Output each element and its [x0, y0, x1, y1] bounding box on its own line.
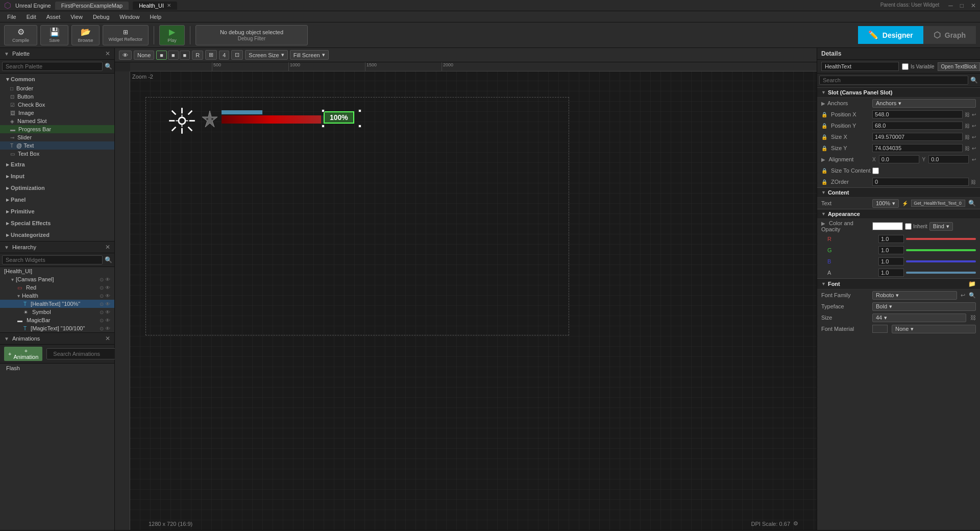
a-value-input[interactable]	[878, 269, 904, 277]
canvas-viewport[interactable]: 500 1000 1500 2000 Zoom -2	[115, 62, 817, 530]
menu-view[interactable]: View	[65, 13, 88, 21]
r-slider-track[interactable]	[906, 238, 976, 240]
tab-firstperson[interactable]: FirstPersonExampleMap	[55, 2, 129, 10]
is-variable-checkbox[interactable]	[902, 63, 909, 70]
browse-button[interactable]: 📂 Browse	[71, 25, 100, 45]
typeface-dropdown[interactable]: Bold ▾	[872, 302, 976, 311]
a-slider-track[interactable]	[906, 272, 976, 274]
hierarchy-search-icon[interactable]: 🔍	[105, 256, 112, 263]
menu-window[interactable]: Window	[114, 13, 144, 21]
hierarchy-item-healthtext[interactable]: T [HealthText] "100%" ⊙ 👁	[0, 300, 114, 308]
palette-close-icon[interactable]: ✕	[105, 50, 110, 57]
palette-section-uncategorized[interactable]: ▸ Uncategorized	[0, 230, 114, 240]
menu-debug[interactable]: Debug	[88, 13, 114, 21]
minimize-btn[interactable]: ─	[948, 2, 953, 9]
canvas-none-btn[interactable]: None	[134, 51, 154, 60]
animations-close-icon[interactable]: ✕	[105, 335, 110, 342]
save-button[interactable]: 💾 Save	[40, 25, 68, 45]
maximize-btn[interactable]: □	[960, 2, 964, 9]
palette-section-optimization[interactable]: ▸ Optimization	[0, 183, 114, 193]
menu-help[interactable]: Help	[144, 13, 166, 21]
hierarchy-collapse-icon[interactable]: ▼	[4, 245, 9, 250]
position-x-chain[interactable]: ↩	[972, 112, 976, 117]
alignment-chain[interactable]: ↩	[972, 157, 976, 162]
size-x-chain[interactable]: ↩	[972, 134, 976, 140]
font-size-dropdown[interactable]: 44 ▾	[872, 313, 966, 322]
canvas-color-btn3[interactable]: ■	[180, 51, 190, 60]
palette-item-slider[interactable]: ⊸Slider	[0, 133, 114, 141]
palette-item-textbox[interactable]: ▭Text Box	[0, 150, 114, 158]
canvas-color-btn1[interactable]: ■	[156, 51, 167, 60]
hierarchy-item-symbol[interactable]: ☀ Symbol ⊙ 👁	[0, 308, 114, 316]
menu-file[interactable]: File	[2, 13, 21, 21]
g-slider-track[interactable]	[906, 249, 976, 251]
size-x-input[interactable]	[872, 133, 963, 141]
size-y-lock[interactable]: ⛓	[965, 146, 970, 151]
font-family-search-icon[interactable]: 🔍	[969, 292, 976, 299]
size-to-content-checkbox[interactable]	[872, 167, 879, 174]
alignment-x-input[interactable]	[879, 155, 919, 163]
close-btn[interactable]: ✕	[971, 2, 976, 9]
position-y-input[interactable]	[872, 122, 963, 130]
dpi-settings-icon[interactable]: ⚙	[793, 520, 798, 527]
hierarchy-item-health-ui[interactable]: [Health_UI]	[0, 267, 114, 275]
palette-section-primitive[interactable]: ▸ Primitive	[0, 207, 114, 216]
screen-size-dropdown[interactable]: Screen Size ▾	[245, 50, 287, 60]
alignment-y-input[interactable]	[928, 155, 969, 163]
font-picker-icon[interactable]: 📁	[968, 280, 976, 287]
position-x-lock[interactable]: ⛓	[965, 112, 970, 117]
debug-filter-dropdown[interactable]: No debug object selected Debug Filter	[195, 25, 308, 45]
hierarchy-item-magictext[interactable]: T [MagicText] "100/100" ⊙ 👁	[0, 324, 114, 332]
position-y-chain[interactable]: ↩	[972, 123, 976, 129]
palette-collapse-icon[interactable]: ▼	[4, 51, 9, 57]
canvas-color-btn2[interactable]: ■	[168, 51, 179, 60]
graph-button[interactable]: ⬡ Graph	[923, 26, 976, 44]
tab-health-ui-close[interactable]: ✕	[167, 3, 171, 8]
b-slider-track[interactable]	[906, 260, 976, 262]
fill-screen-dropdown[interactable]: Fill Screen ▾	[290, 50, 329, 60]
canvas-r-btn[interactable]: R	[192, 51, 203, 60]
slot-section-header[interactable]: ▼ Slot (Canvas Panel Slot)	[817, 87, 980, 98]
canvas-grid-btn[interactable]: ⊞	[205, 50, 217, 60]
animations-collapse-icon[interactable]: ▼	[4, 336, 9, 342]
hierarchy-item-red[interactable]: ▭ Red ⊙ 👁	[0, 283, 114, 292]
color-swatch[interactable]	[872, 222, 903, 230]
play-button[interactable]: ▶ Play	[159, 25, 185, 45]
bind-dropdown-btn[interactable]: Bind ▾	[929, 222, 953, 231]
g-value-input[interactable]	[878, 246, 904, 254]
palette-section-panel[interactable]: ▸ Panel	[0, 195, 114, 205]
position-x-input[interactable]	[872, 110, 963, 118]
palette-item-image[interactable]: 🖼Image	[0, 109, 114, 117]
palette-item-checkbox[interactable]: ☑Check Box	[0, 101, 114, 109]
zorder-input[interactable]	[872, 178, 969, 186]
canvas-fit-btn[interactable]: ⊡	[231, 50, 243, 60]
animation-item-flash[interactable]: Flash	[0, 364, 114, 373]
canvas-eye-btn[interactable]: 👁	[119, 51, 132, 60]
canvas-zoom-btn[interactable]: 4	[219, 51, 229, 60]
appearance-section-header[interactable]: ▼ Appearance	[817, 209, 980, 219]
widget-reflector-button[interactable]: ⊞ Widget Reflector	[103, 25, 149, 45]
palette-item-border[interactable]: □Border	[0, 84, 114, 92]
palette-section-extra[interactable]: ▸ Extra	[0, 160, 114, 170]
font-family-refresh-icon[interactable]: ↩	[961, 292, 965, 299]
font-size-chain[interactable]: ⛓	[970, 315, 976, 321]
size-y-chain[interactable]: ↩	[972, 146, 976, 151]
menu-asset[interactable]: Asset	[41, 13, 66, 21]
compile-button[interactable]: ⚙ Compile	[4, 25, 37, 45]
palette-search-icon[interactable]: 🔍	[105, 63, 112, 70]
hierarchy-item-health[interactable]: ▾ Health ⊙ 👁	[0, 292, 114, 300]
tab-health-ui[interactable]: Health_UI ✕	[133, 2, 177, 10]
size-y-input[interactable]	[872, 144, 963, 152]
details-search-icon[interactable]: 🔍	[970, 77, 978, 84]
r-value-input[interactable]	[878, 235, 904, 243]
palette-section-special-effects[interactable]: ▸ Special Effects	[0, 219, 114, 228]
size-x-lock[interactable]: ⛓	[965, 134, 970, 140]
add-animation-button[interactable]: + + Animation	[4, 347, 42, 361]
hierarchy-item-magicbar[interactable]: ▬ MagicBar ⊙ 👁	[0, 316, 114, 324]
palette-item-named-slot[interactable]: ◈Named Slot	[0, 117, 114, 125]
zorder-chain[interactable]: ⛓	[971, 179, 976, 185]
palette-section-input[interactable]: ▸ Input	[0, 172, 114, 181]
hierarchy-search-input[interactable]	[2, 255, 103, 264]
palette-search-input[interactable]	[2, 62, 103, 71]
hierarchy-close-icon[interactable]: ✕	[105, 244, 110, 251]
